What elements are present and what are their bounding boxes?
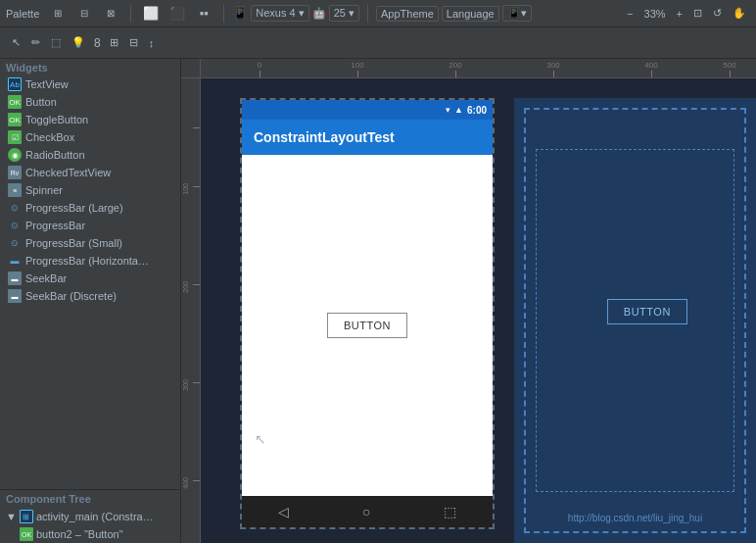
widget-progressbar-large[interactable]: ⊙ ProgressBar (Large) [0,199,180,217]
palette-panel: Widgets Ab TextView OK Button OK ToggleB… [0,59,180,489]
widget-textview[interactable]: Ab TextView [0,75,180,93]
refresh-btn[interactable]: ↺ [709,5,726,22]
checkbox-label: CheckBox [25,131,74,143]
design-view-btn[interactable]: ⬜ [139,4,163,24]
button-in-screen[interactable]: BUTTON [327,313,407,338]
status-time: 6:00 [467,105,487,116]
ruler-v-tick-100-mark [193,186,201,187]
theme-label: AppTheme [381,8,434,20]
nav-square-icon[interactable]: ⬚ [444,504,456,519]
widget-radiobutton[interactable]: ◉ RadioButton [0,146,180,164]
icon-btn-2[interactable]: ⊟ [72,4,96,24]
second-toolbar: ↖ ✏ ⬚ 💡 8 ⊞ ⊟ ↕ [0,27,756,59]
nav-home-icon[interactable]: ○ [362,504,370,519]
ruler-v-label-300: 300 [182,379,189,391]
button2-label: button2 – "Button" [36,528,123,540]
widget-seekbar[interactable]: ▬ SeekBar [0,270,180,287]
refresh-icon: ↺ [713,7,722,20]
progressbar-large-label: ProgressBar (Large) [25,202,123,214]
ruler-h-tick-0-mark [260,71,260,78]
icon-btn-1[interactable]: ⊞ [46,4,70,24]
theme-selector[interactable]: AppTheme [376,6,439,22]
screen-content: BUTTON [242,155,493,496]
pan-icon: ✋ [732,7,746,20]
seekbar-label: SeekBar [25,272,67,284]
grid-icon: ⊞ [50,6,66,22]
ruler-h-tick-400-mark [651,71,652,78]
search-palette-icon: ⊟ [76,6,92,22]
device-screen: ▾ ▲ 6:00 ConstraintLayoutTest BUTTON ◁ [242,100,493,527]
canvas-area: 0 100 200 300 400 500 100 200 300 400 [181,59,756,543]
number-display: 8 [92,36,103,50]
split-view-btn[interactable]: ▪▪ [192,4,215,24]
button-blueprint[interactable]: BUTTON [607,299,687,324]
ruler-v-label-200: 200 [182,281,189,293]
radiobutton-icon: ◉ [8,148,22,162]
togglebutton-label: ToggleButton [25,114,88,125]
signal-icon: ▲ [454,105,463,115]
pencil-tool-btn[interactable]: ✏ [27,34,44,51]
icon-btn-3[interactable]: ⊠ [99,4,122,24]
comp-tree-activity[interactable]: ▼ ⊞ activity_main (Constra… [0,508,180,525]
widgets-section-label: Widgets [0,59,180,75]
widget-checkedtextview[interactable]: Rv CheckedTextView [0,164,180,181]
component-tree-label: Component Tree [0,490,180,508]
wifi-icon: ▾ [446,105,450,115]
widget-progressbar-small[interactable]: ⊙ ProgressBar (Small) [0,234,180,252]
progressbar-small-icon: ⊙ [8,236,22,250]
ruler-v-tick-200-mark [193,284,201,285]
language-selector[interactable]: Language [442,6,499,22]
ruler-v-label-100: 100 [182,183,189,195]
api-selector[interactable]: 25 ▾ [329,5,359,22]
divider-2 [223,5,224,23]
widget-seekbar-discrete[interactable]: ▬ SeekBar (Discrete) [0,287,180,305]
widget-checkbox[interactable]: ☑ CheckBox [0,128,180,146]
seekbar-discrete-label: SeekBar (Discrete) [25,290,117,302]
palette-title-label: Palette [6,8,39,20]
checkedtextview-icon: Rv [8,166,22,179]
widget-togglebutton[interactable]: OK ToggleButton [0,111,180,128]
height-icon: ↕ [149,37,155,49]
widget-progressbar[interactable]: ⊙ ProgressBar [0,217,180,234]
form-factor-selector[interactable]: 📱▾ [502,5,532,22]
widget-progressbar-horiz[interactable]: ▬ ProgressBar (Horizonta… [0,252,180,270]
device-phone-frame: ▾ ▲ 6:00 ConstraintLayoutTest BUTTON ◁ [240,98,495,529]
progressbar-icon: ⊙ [8,219,22,232]
api-label: 25 ▾ [334,7,354,20]
pan-btn[interactable]: ✋ [729,5,750,22]
zoom-out-btn[interactable]: − [623,6,637,22]
fit-screen-btn[interactable]: ⊡ [689,5,706,22]
button-label: Button [25,96,57,108]
language-label: Language [447,8,495,20]
palette-header-icons: Palette ⊞ ⊟ ⊠ [6,4,122,24]
status-bar: ▾ ▲ 6:00 [242,100,493,120]
textview-icon: Ab [8,77,22,91]
align-tool-btn[interactable]: ⊞ [106,34,122,51]
widget-spinner[interactable]: ≡ Spinner [0,181,180,199]
nav-back-icon[interactable]: ◁ [278,504,289,519]
comp-tree-button2[interactable]: OK button2 – "Button" [14,525,180,543]
zoom-in-btn[interactable]: + [673,6,686,22]
align2-icon: ⊟ [129,36,138,49]
togglebutton-icon: OK [8,113,22,126]
blueprint-view-btn[interactable]: ⬛ [165,4,189,24]
main-area: Widgets Ab TextView OK Button OK ToggleB… [0,59,756,543]
spinner-icon: ≡ [8,183,22,197]
theme-section: AppTheme Language 📱▾ [376,5,532,22]
activity-label: activity_main (Constra… [36,511,154,522]
ruler-corner [181,59,201,78]
ruler-h-tick-300-mark [553,71,554,78]
component-tree-section: Component Tree ▼ ⊞ activity_main (Constr… [0,489,180,543]
bulb-tool-btn[interactable]: 💡 [68,34,89,51]
device-selector[interactable]: Nexus 4 ▾ [251,5,308,22]
nav-bar: ◁ ○ ⬚ [242,496,493,527]
cursor-tool-btn[interactable]: ↖ [8,34,24,51]
button-in-screen-label: BUTTON [344,320,391,331]
align2-tool-btn[interactable]: ⊟ [125,34,142,51]
widget-button[interactable]: OK Button [0,93,180,111]
ruler-v-tick-300-mark [193,382,201,383]
height-tool-btn[interactable]: ↕ [145,35,159,51]
phone-icon: 📱 [232,6,248,21]
ruler-h-tick-400: 400 [644,61,657,70]
select-tool-btn[interactable]: ⬚ [47,34,65,51]
